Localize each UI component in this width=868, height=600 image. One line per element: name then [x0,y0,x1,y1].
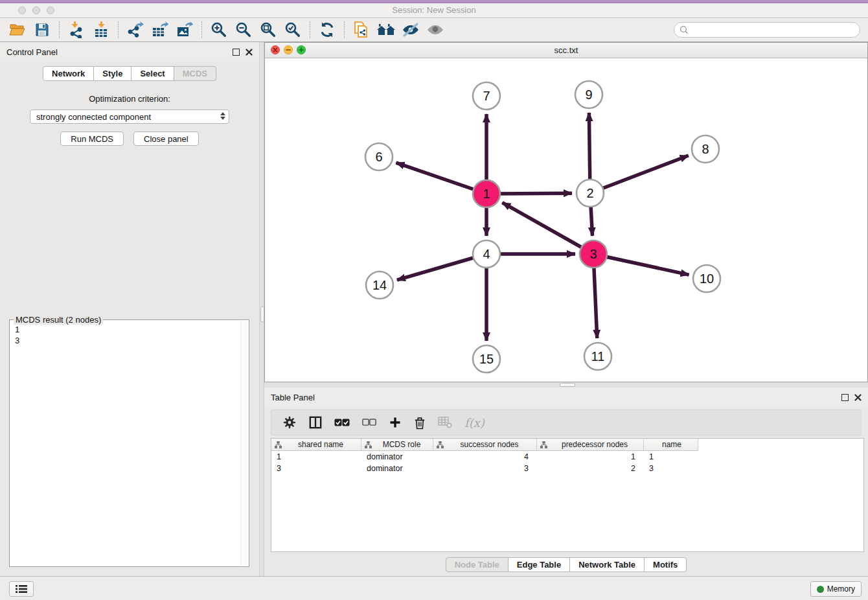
tab-mcds[interactable]: MCDS [174,66,216,81]
refresh-view-icon[interactable] [315,20,339,40]
add-column-icon[interactable] [389,416,402,429]
open-file-icon[interactable] [5,20,30,40]
network-view-window: scc.txt 1234678910111415 [264,42,868,382]
tab-style[interactable]: Style [94,66,131,81]
column-type-icon [365,441,372,448]
import-network-icon[interactable] [64,20,89,40]
criterion-dropdown[interactable]: strongly connected component [30,110,229,124]
run-mcds-button[interactable]: Run MCDS [60,132,124,146]
new-network-from-selection-icon[interactable] [349,20,374,40]
node-11[interactable]: 11 [584,343,611,370]
column-header-predecessor-nodes[interactable]: predecessor nodes [537,439,644,451]
control-panel: Control Panel NetworkStyleSelectMCDS Opt… [0,42,259,577]
close-table-panel-icon[interactable] [854,394,862,401]
show-all-icon[interactable] [423,20,448,40]
cell-name[interactable]: 1 [644,451,698,463]
column-header-label: MCDS role [372,440,431,449]
task-history-button[interactable] [9,581,34,597]
node-7[interactable]: 7 [473,82,500,110]
node-label-11: 11 [591,349,605,363]
column-header-label: shared name [282,440,360,449]
cell-name[interactable]: 3 [644,463,698,474]
node-4[interactable]: 4 [473,240,500,268]
horizontal-splitter[interactable] [264,382,868,387]
search-field[interactable] [674,22,860,38]
node-9[interactable]: 9 [575,81,602,108]
column-header-label: predecessor nodes [547,440,642,449]
horizontal-splitter-handle[interactable] [560,383,575,387]
close-view-button[interactable] [271,45,280,54]
zoom-selected-icon[interactable] [280,20,305,40]
minimize-view-button[interactable] [284,45,293,54]
column-header-mcds-role[interactable]: MCDS role [361,439,433,451]
export-table-icon[interactable] [148,20,172,40]
node-label-14: 14 [372,278,387,292]
vertical-splitter[interactable] [259,42,264,577]
network-canvas[interactable]: 1234678910111415 [265,58,867,382]
hide-selected-icon[interactable] [398,20,423,40]
table-row[interactable]: 3dominator323 [271,463,863,474]
delete-column-icon[interactable] [414,416,426,430]
node-15[interactable]: 15 [473,345,500,373]
table-row[interactable]: 1dominator411 [271,451,863,463]
cell-successor-nodes[interactable]: 3 [433,463,537,474]
node-6[interactable]: 6 [365,143,393,170]
node-8[interactable]: 8 [692,135,719,163]
node-3[interactable]: 3 [580,240,607,268]
zoom-in-icon[interactable] [207,20,231,40]
main-toolbar [0,18,868,42]
memory-status-icon [817,586,824,593]
cell-shared-name[interactable]: 3 [271,463,361,474]
cell-mcds-role[interactable]: dominator [361,463,433,474]
maximize-view-button[interactable] [297,45,306,54]
import-table-icon[interactable] [89,20,113,40]
memory-button[interactable]: Memory [810,581,862,597]
home-layout-icon[interactable] [374,20,398,40]
table-body: 1dominator4113dominator323 [271,451,863,474]
export-image-icon[interactable] [172,20,197,40]
column-header-shared-name[interactable]: shared name [271,439,361,451]
tab-select[interactable]: Select [131,66,174,81]
result-scrollbar[interactable] [240,321,248,566]
edge-2-8[interactable] [590,156,689,193]
node-label-2: 2 [586,186,593,200]
tab-edge-table[interactable]: Edge Table [508,557,570,572]
edge-3-1[interactable] [502,203,593,254]
export-network-icon[interactable] [123,20,148,40]
zoom-out-icon[interactable] [231,20,256,40]
tab-network[interactable]: Network [43,66,94,81]
column-header-successor-nodes[interactable]: successor nodes [433,439,537,451]
deselect-all-rows-icon[interactable] [362,419,376,426]
show-columns-icon[interactable] [309,416,322,429]
edge-3-10[interactable] [593,254,689,275]
node-14[interactable]: 14 [366,271,393,299]
list-icon [16,584,27,594]
cell-predecessor-nodes[interactable]: 1 [537,451,644,463]
node-label-9: 9 [585,87,592,102]
node-label-8: 8 [702,142,709,156]
zoom-fit-icon[interactable] [256,20,280,40]
table-options-icon[interactable] [282,415,297,430]
search-input[interactable] [692,23,860,36]
tab-network-table[interactable]: Network Table [570,557,645,572]
cell-mcds-role[interactable]: dominator [361,451,433,463]
cell-successor-nodes[interactable]: 4 [433,451,537,463]
close-panel-button[interactable]: Close panel [133,132,199,146]
node-2[interactable]: 2 [577,179,604,207]
node-table[interactable]: shared nameMCDS rolesuccessor nodesprede… [271,438,864,552]
node-10[interactable]: 10 [693,265,720,292]
tab-motifs[interactable]: Motifs [645,557,687,572]
column-header-name[interactable]: name [644,439,698,451]
float-panel-icon[interactable] [233,49,240,56]
cell-predecessor-nodes[interactable]: 2 [537,463,644,474]
optimization-criterion-label: Optimization criterion: [0,94,259,104]
tab-node-table[interactable]: Node Table [446,557,508,572]
select-all-rows-icon[interactable] [334,419,350,427]
node-1[interactable]: 1 [473,180,500,207]
cell-shared-name[interactable]: 1 [271,451,361,463]
save-session-icon[interactable] [30,20,54,40]
close-panel-icon[interactable] [246,49,253,56]
toolbar-separator [201,21,202,38]
node-label-7: 7 [483,89,490,103]
float-table-panel-icon[interactable] [841,394,849,401]
